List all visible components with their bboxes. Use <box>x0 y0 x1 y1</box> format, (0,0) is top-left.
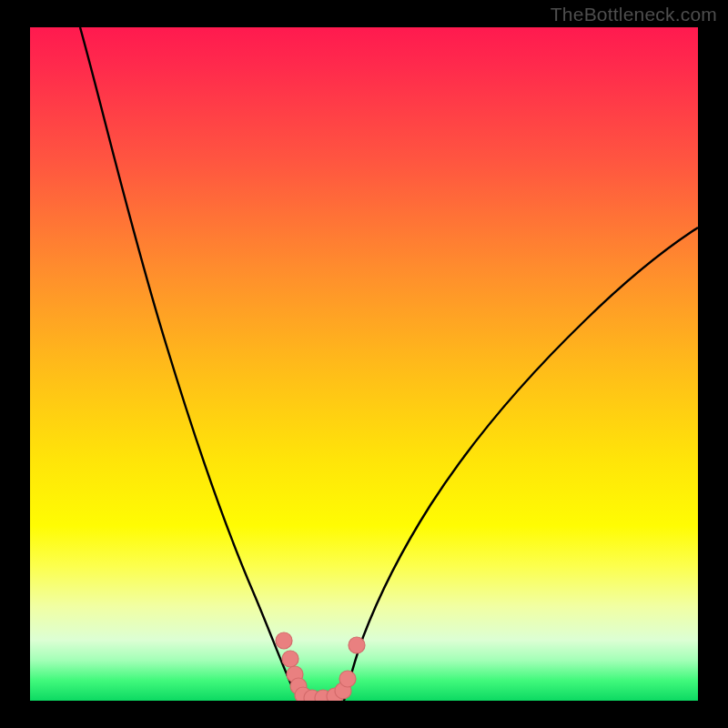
watermark-text: TheBottleneck.com <box>551 4 717 25</box>
right-curve <box>344 228 698 701</box>
curve-layer <box>30 27 698 701</box>
chart-frame: TheBottleneck.com <box>0 0 728 728</box>
plot-area <box>30 27 698 701</box>
marker-dot <box>339 671 356 687</box>
marker-dot <box>282 651 298 667</box>
marker-dot <box>349 637 365 653</box>
marker-dot <box>276 632 292 649</box>
left-curve <box>80 27 305 701</box>
marker-group <box>276 632 365 701</box>
